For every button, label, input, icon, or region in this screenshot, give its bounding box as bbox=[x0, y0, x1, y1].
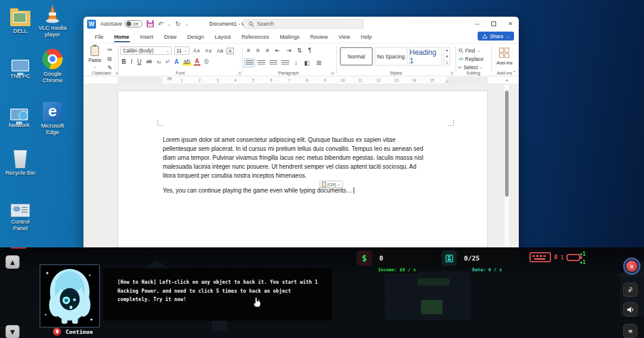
font-size-combo[interactable]: 11 ⌄ bbox=[174, 46, 190, 55]
font-color-icon[interactable]: A bbox=[194, 58, 200, 66]
bold-icon[interactable]: B bbox=[120, 58, 127, 66]
borders-icon[interactable]: ⊞ bbox=[315, 59, 322, 67]
superscript-icon[interactable]: x² bbox=[165, 58, 171, 66]
desktop-icon-control-panel[interactable]: Control Panel bbox=[4, 196, 37, 231]
change-case-icon[interactable]: Aa bbox=[216, 47, 224, 55]
undo-dropdown-icon[interactable]: ⌄ bbox=[168, 21, 171, 27]
close-game-button[interactable]: ✕ bbox=[623, 258, 640, 275]
style-normal[interactable]: Normal bbox=[340, 47, 373, 66]
align-right-icon[interactable] bbox=[270, 60, 277, 66]
copy-icon[interactable]: ⧉ bbox=[106, 55, 113, 63]
style-no-spacing[interactable]: No Spacing bbox=[374, 47, 407, 66]
highlight-icon[interactable]: ab bbox=[182, 58, 191, 66]
line-spacing-icon[interactable]: ↕ bbox=[293, 59, 299, 67]
horizontal-ruler[interactable]: 1 2 3 4 5 6 7 8 9 10 11 12 13 14 15 bbox=[117, 77, 488, 83]
cut-icon[interactable]: ✂ bbox=[106, 46, 113, 54]
search-icon bbox=[249, 21, 254, 27]
addins-button[interactable]: Add-ins bbox=[493, 48, 516, 66]
desktop-icon-dell[interactable]: DELL bbox=[4, 5, 37, 35]
justify-icon[interactable] bbox=[281, 60, 289, 66]
vertical-scrollbar[interactable] bbox=[504, 85, 509, 250]
show-paragraph-marks-icon[interactable]: ¶ bbox=[307, 46, 312, 54]
save-icon[interactable] bbox=[147, 20, 154, 27]
shading-icon[interactable]: ◧ bbox=[303, 59, 311, 67]
tab-home[interactable]: Home bbox=[109, 31, 135, 43]
recycle-bin-icon bbox=[4, 147, 37, 168]
replace-button[interactable]: ab Replace bbox=[459, 55, 484, 63]
continue-button[interactable]: Continue bbox=[52, 327, 93, 336]
font-dialog-launcher[interactable]: ⇲ bbox=[237, 71, 241, 76]
paragraph-dialog-launcher[interactable]: ⇲ bbox=[330, 71, 334, 76]
paste-options-button[interactable]: (Ctrl) ⌄ bbox=[320, 181, 343, 188]
game-overlay: ▲ ▼ $ 0 Income: $0 / s 0/25 Data: 0 / s … bbox=[0, 247, 644, 338]
desktop-icon-this-pc[interactable]: This PC bbox=[4, 50, 37, 80]
minimize-button[interactable]: — bbox=[469, 17, 485, 31]
styles-gallery-scroll[interactable]: ▲ ▼ ≡ bbox=[444, 47, 450, 66]
style-heading-1[interactable]: Heading 1 bbox=[409, 47, 442, 66]
undo-icon[interactable]: ↶ bbox=[158, 21, 163, 27]
tab-layout[interactable]: Layout bbox=[209, 31, 236, 43]
font-name-value: Calibri (Body) bbox=[123, 48, 154, 54]
redo-icon[interactable]: ↻ bbox=[175, 21, 181, 27]
styles-dialog-launcher[interactable]: ⇲ bbox=[450, 71, 453, 76]
styles-scroll-up-icon[interactable]: ▲ bbox=[445, 48, 449, 52]
desktop-icon-recycle-bin[interactable]: Recycle Bin bbox=[4, 147, 37, 176]
collapse-ribbon-chevron-icon[interactable]: ⌄ bbox=[512, 68, 516, 73]
grow-font-icon[interactable]: A∧ bbox=[192, 47, 202, 55]
word-logo-icon: W bbox=[87, 20, 96, 29]
paste-button[interactable]: Paste ⌄ bbox=[86, 44, 104, 71]
scroll-view-down-button[interactable]: ▼ bbox=[5, 325, 20, 338]
multilevel-list-icon[interactable]: ≡ bbox=[265, 46, 271, 54]
music-mute-button[interactable]: ♪ bbox=[623, 283, 637, 297]
tab-references[interactable]: References bbox=[236, 31, 274, 43]
subscript-icon[interactable]: x₂ bbox=[156, 58, 162, 66]
tab-design[interactable]: Design bbox=[182, 31, 209, 43]
styles-more-icon[interactable]: ≡ bbox=[446, 61, 448, 64]
search-input[interactable]: Search bbox=[243, 19, 364, 29]
character-border-icon[interactable]: A bbox=[227, 48, 233, 54]
italic-icon[interactable]: I bbox=[129, 58, 134, 66]
decrease-indent-icon[interactable]: ⇤ bbox=[274, 46, 281, 54]
numbering-icon[interactable]: ≡ bbox=[255, 46, 261, 54]
tab-file[interactable]: File bbox=[89, 31, 109, 43]
gain-indicator: +1 bbox=[580, 259, 586, 265]
autosave-toggle[interactable]: AutoSave Off bbox=[100, 20, 143, 27]
sound-button[interactable] bbox=[623, 302, 637, 317]
underline-icon[interactable]: U bbox=[136, 58, 143, 66]
styles-group-label: Styles bbox=[338, 70, 454, 76]
text-caret bbox=[354, 187, 354, 194]
enclose-characters-icon[interactable]: Ⓐ bbox=[203, 58, 210, 66]
strikethrough-icon[interactable]: ab bbox=[145, 58, 153, 66]
tab-insert[interactable]: Insert bbox=[135, 31, 159, 43]
sort-icon[interactable]: ⇅ bbox=[296, 46, 303, 54]
align-left-icon[interactable] bbox=[246, 60, 253, 66]
desktop-icon-network[interactable]: Network bbox=[2, 99, 36, 129]
tab-review[interactable]: Review bbox=[305, 31, 333, 43]
share-button[interactable]: Share ⌄ bbox=[478, 32, 514, 41]
font-name-combo[interactable]: Calibri (Body) ⌄ bbox=[120, 46, 172, 55]
tab-mailings[interactable]: Mailings bbox=[274, 31, 305, 43]
find-button[interactable]: Find ⌄ bbox=[459, 46, 480, 54]
bullets-icon[interactable]: ≡ bbox=[246, 46, 252, 54]
tab-draw[interactable]: Draw bbox=[159, 31, 182, 43]
close-window-button[interactable]: ✕ bbox=[502, 17, 519, 31]
typed-sentence: Yes, you can continue playing the game e… bbox=[163, 187, 352, 194]
document-page[interactable]: Lorem ipsum dolor sit amet consectetur a… bbox=[117, 91, 488, 252]
align-center-icon[interactable] bbox=[258, 60, 265, 66]
text-effects-icon[interactable]: A bbox=[174, 58, 180, 66]
desktop-icon-chrome[interactable]: Google Chrome bbox=[36, 48, 69, 83]
maximize-button[interactable] bbox=[485, 17, 502, 31]
scroll-up-arrow-icon[interactable]: ▲ bbox=[504, 78, 509, 82]
document-text-line: malesuada lacinia integer nunc posuere. … bbox=[163, 163, 416, 170]
tab-view[interactable]: View bbox=[333, 31, 355, 43]
tab-help[interactable]: Help bbox=[355, 31, 377, 43]
tool-disabled-button[interactable]: ⚒ bbox=[623, 324, 637, 338]
desktop-icon-vlc[interactable]: VLC media player bbox=[36, 2, 69, 38]
scroll-view-up-button[interactable]: ▲ bbox=[5, 255, 20, 269]
increase-indent-icon[interactable]: ⇥ bbox=[285, 46, 292, 54]
styles-scroll-down-icon[interactable]: ▼ bbox=[445, 55, 449, 58]
quick-access-chevron-icon[interactable]: ⌄ bbox=[185, 21, 188, 27]
desktop-icon-edge[interactable]: e Microsoft Edge bbox=[36, 100, 69, 135]
scrollbar-thumb[interactable] bbox=[505, 91, 509, 197]
shrink-font-icon[interactable]: A∨ bbox=[204, 47, 213, 55]
